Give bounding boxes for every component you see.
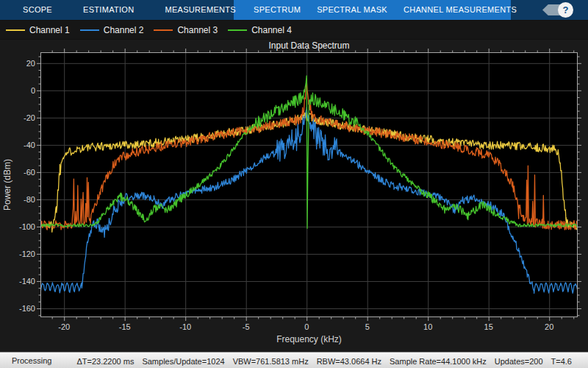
status-item: T=4.6 (551, 357, 572, 366)
toolstrip: SCOPEESTIMATIONMEASUREMENTS SPECTRUMSPEC… (0, 0, 588, 20)
spectrum-figure: Input Data Spectrum -20-15-10-5051015202… (0, 40, 588, 352)
status-metrics: ΔT=23.2200 msSamples/Update=1024VBW=761.… (76, 354, 580, 367)
tab-channel-measurements[interactable]: CHANNEL MEASUREMENTS (395, 0, 525, 20)
x-axis-label: Frequency (kHz) (276, 334, 342, 344)
status-item: VBW=761.5813 mHz (233, 357, 309, 366)
status-item: ΔT=23.2200 ms (76, 357, 134, 366)
x-tick-label: -15 (119, 322, 131, 331)
legend-label: Channel 3 (177, 25, 218, 35)
legend-label: Channel 1 (29, 25, 70, 35)
legend-line-swatch (6, 29, 25, 31)
spectrum-analyzer-window: SCOPEESTIMATIONMEASUREMENTS SPECTRUMSPEC… (0, 0, 588, 368)
status-item: RBW=43.0664 Hz (317, 357, 381, 366)
help-label: ? (563, 4, 569, 15)
y-tick-label: 0 (31, 86, 35, 95)
legend-label: Channel 2 (104, 25, 144, 35)
x-tick-label: -10 (179, 322, 191, 331)
tab-spectrum[interactable]: SPECTRUM (245, 0, 309, 20)
y-tick-label: -100 (19, 222, 35, 231)
help-control[interactable]: ? (541, 2, 575, 18)
legend-line-swatch (80, 29, 99, 31)
x-tick-label: 20 (545, 322, 553, 331)
y-tick-label: -120 (19, 250, 35, 258)
x-tick-label: -5 (243, 322, 250, 331)
tab-scope[interactable]: SCOPE (7, 0, 68, 20)
status-item: Sample Rate=44.1000 kHz (390, 357, 487, 366)
x-tick-label: 10 (423, 322, 432, 331)
x-tick-label: 0 (304, 322, 309, 331)
tab-spectral-mask[interactable]: SPECTRAL MASK (309, 0, 395, 20)
y-tick-label: -40 (24, 141, 35, 149)
x-tick-label: -20 (58, 322, 70, 331)
y-tick-label: -160 (19, 304, 35, 313)
status-item: Samples/Update=1024 (142, 357, 224, 366)
y-tick-label: -20 (24, 113, 35, 122)
y-tick-label: -80 (24, 195, 35, 204)
status-item: Updates=200 (495, 357, 543, 366)
y-tick-label: -60 (24, 168, 35, 177)
legend-label: Channel 4 (251, 25, 292, 35)
legend-line-swatch (228, 29, 247, 31)
plot-background (40, 52, 578, 317)
help-icon[interactable]: ? (558, 2, 573, 18)
y-tick-label: -140 (19, 277, 35, 286)
legend-item-2[interactable]: Channel 2 (80, 25, 144, 35)
legend-line-swatch (154, 29, 173, 31)
status-mode: Processing (12, 356, 51, 365)
x-tick-label: 15 (484, 322, 493, 331)
toolstrip-main-tabs: SCOPEESTIMATIONMEASUREMENTS (7, 0, 251, 20)
y-tick-label: 20 (26, 59, 35, 68)
legend: Channel 1Channel 2Channel 3Channel 4 (0, 21, 588, 39)
legend-item-1[interactable]: Channel 1 (6, 25, 70, 35)
toolstrip-spectrum-tabs: SPECTRUMSPECTRAL MASKCHANNEL MEASUREMENT… (234, 0, 525, 20)
legend-item-4[interactable]: Channel 4 (228, 25, 292, 35)
x-tick-label: 5 (365, 322, 370, 331)
tab-estimation[interactable]: ESTIMATION (68, 0, 149, 20)
status-bar: Processing ΔT=23.2200 msSamples/Update=1… (0, 352, 588, 368)
spectrum-plot: -20-15-10-505101520200-20-40-60-80-100-1… (0, 40, 588, 352)
y-axis-label: Power (dBm) (2, 159, 12, 210)
legend-item-3[interactable]: Channel 3 (154, 25, 218, 35)
